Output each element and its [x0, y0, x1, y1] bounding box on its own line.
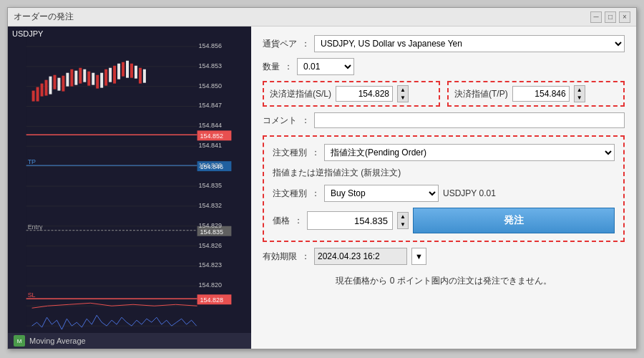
qty-label: 数量	[263, 61, 280, 73]
svg-rect-31	[96, 75, 99, 89]
sl-input[interactable]	[336, 86, 393, 102]
pending-order-box: 注文種別 ： 指値注文(Pending Order) 指値または逆指値注文 (新…	[263, 135, 625, 242]
price-down-button[interactable]: ▼	[398, 221, 408, 228]
order-type-row: 注文種別 ： 指値注文(Pending Order)	[273, 144, 615, 161]
ma-label: Moving Average	[29, 337, 86, 345]
pending-sub-row: 注文種別 ： Buy Stop Buy Limit Sell Stop Sell…	[273, 185, 615, 202]
order-window: オーダーの発注 ─ □ × USDJPY	[7, 7, 637, 349]
window-title: オーダーの発注	[14, 11, 74, 23]
main-content: USDJPY	[8, 26, 636, 349]
pair-row: 通貨ペア ： USDJPY, US Dollar vs Japanese Yen	[263, 35, 625, 52]
expiry-row: 有効期限 ： ▼	[263, 248, 625, 265]
svg-rect-26	[74, 71, 77, 85]
svg-text:154.823: 154.823	[199, 262, 222, 269]
chart-area: USDJPY	[8, 26, 251, 349]
chart-bottom-bar: M Moving Average	[8, 333, 251, 349]
svg-text:Entry: Entry	[28, 223, 43, 231]
price-input[interactable]	[307, 211, 393, 230]
svg-text:154.826: 154.826	[199, 242, 222, 249]
order-sub-label: 注文種別	[273, 188, 307, 200]
price-spinner: ▲ ▼	[397, 212, 409, 229]
price-up-button[interactable]: ▲	[398, 213, 408, 221]
svg-rect-18	[41, 84, 44, 97]
svg-rect-37	[122, 62, 125, 77]
sl-label: 決済逆指値(S/L)	[270, 88, 331, 100]
sl-box: 決済逆指値(S/L) ▲ ▼	[263, 81, 440, 107]
svg-rect-42	[143, 69, 146, 83]
title-bar: オーダーの発注 ─ □ ×	[8, 8, 636, 26]
svg-rect-19	[45, 80, 48, 96]
svg-rect-20	[49, 77, 52, 95]
svg-rect-29	[87, 72, 90, 86]
chart-symbol: USDJPY	[12, 29, 43, 38]
svg-text:154.841: 154.841	[199, 142, 222, 149]
expiry-dropdown-button[interactable]: ▼	[411, 248, 426, 265]
svg-rect-30	[92, 73, 94, 85]
comment-input[interactable]	[314, 112, 625, 128]
svg-rect-17	[36, 87, 39, 102]
tp-input[interactable]	[512, 86, 570, 102]
svg-text:154.832: 154.832	[199, 202, 222, 209]
sl-down-button[interactable]: ▼	[398, 94, 408, 102]
svg-rect-40	[135, 66, 137, 79]
qty-colon: ：	[284, 61, 293, 73]
svg-rect-34	[109, 68, 112, 82]
tp-label: 決済指値(T/P)	[454, 88, 508, 100]
svg-text:154.828: 154.828	[200, 296, 223, 304]
svg-text:154.850: 154.850	[199, 82, 222, 90]
comment-colon: ：	[301, 115, 310, 127]
order-type-select[interactable]: 指値注文(Pending Order)	[324, 144, 615, 161]
svg-text:154.838: 154.838	[199, 162, 222, 169]
svg-rect-28	[83, 69, 86, 82]
svg-rect-33	[104, 69, 107, 86]
order-type-colon: ：	[311, 147, 320, 159]
svg-text:154.835: 154.835	[200, 228, 223, 236]
svg-rect-36	[117, 64, 120, 79]
svg-text:154.847: 154.847	[199, 102, 222, 109]
price-label: 価格	[273, 215, 290, 227]
svg-rect-32	[100, 73, 103, 88]
svg-rect-21	[53, 75, 56, 90]
svg-text:TP: TP	[28, 158, 36, 165]
qty-row: 数量 ： 0.01	[263, 58, 625, 75]
minimize-button[interactable]: ─	[590, 11, 602, 23]
maximize-button[interactable]: □	[605, 11, 616, 23]
tp-box: 決済指値(T/P) ▲ ▼	[447, 81, 625, 107]
form-area: 通貨ペア ： USDJPY, US Dollar vs Japanese Yen…	[251, 26, 636, 349]
svg-text:SL: SL	[28, 291, 36, 299]
qty-select[interactable]: 0.01	[297, 58, 354, 75]
svg-text:154.820: 154.820	[199, 281, 222, 289]
svg-text:154.829: 154.829	[199, 222, 222, 229]
sl-spinner: ▲ ▼	[397, 85, 409, 102]
svg-rect-38	[126, 61, 129, 78]
tp-up-button[interactable]: ▲	[575, 86, 585, 94]
tp-down-button[interactable]: ▼	[575, 94, 585, 102]
svg-text:154.835: 154.835	[199, 182, 222, 189]
ma-icon: M	[14, 335, 25, 347]
svg-rect-41	[139, 68, 142, 84]
order-sub-select[interactable]: Buy Stop Buy Limit Sell Stop Sell Limit	[324, 185, 439, 202]
sl-up-button[interactable]: ▲	[398, 86, 408, 94]
close-button[interactable]: ×	[619, 11, 630, 23]
chart-svg: 154.852 TP 154.846 Entry 154.835 SL 154.…	[8, 26, 251, 349]
svg-rect-27	[79, 68, 82, 84]
svg-rect-24	[66, 73, 69, 87]
window-controls: ─ □ ×	[590, 11, 630, 23]
svg-rect-22	[57, 78, 60, 91]
tp-spinner: ▲ ▼	[574, 85, 585, 102]
place-order-button[interactable]: 発注	[413, 208, 615, 233]
svg-text:154.856: 154.856	[199, 42, 222, 49]
svg-rect-23	[62, 76, 64, 92]
order-sub-colon: ：	[311, 188, 320, 200]
svg-rect-16	[32, 91, 35, 102]
expiry-input[interactable]	[314, 248, 407, 265]
price-colon: ：	[294, 215, 303, 227]
pair-colon: ：	[301, 38, 310, 50]
pair-select[interactable]: USDJPY, US Dollar vs Japanese Yen	[314, 35, 625, 52]
svg-text:154.844: 154.844	[199, 122, 222, 129]
price-row: 価格 ： ▲ ▼ 発注	[273, 208, 615, 233]
expiry-colon: ：	[301, 251, 310, 263]
comment-label: コメント	[263, 115, 297, 127]
svg-text:154.852: 154.852	[200, 132, 223, 140]
sl-tp-row: 決済逆指値(S/L) ▲ ▼ 決済指値(T/P) ▲ ▼	[263, 81, 625, 107]
